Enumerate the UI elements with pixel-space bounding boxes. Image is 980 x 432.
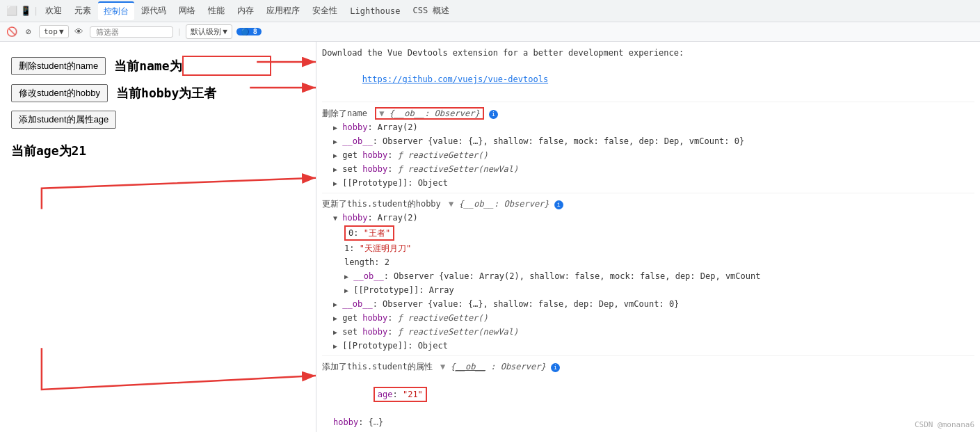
top-nav-bar: ⬜ 📱 | 欢迎 元素 控制台 源代码 网络 性能 内存 应用程序 安全性 Li… [0, 0, 980, 22]
nav-console[interactable]: 控制台 [98, 1, 134, 20]
section1-header: 删除了name ▼ {__ob__: Observer} i [322, 106, 974, 120]
device-toggle-icon[interactable]: 📱 [19, 5, 32, 17]
hobby-status: 当前hobby为王者 [116, 85, 216, 102]
s3-row-hobby: hobby: {…} [322, 415, 974, 429]
s1-row-prototype: ▶ [[Prototype]]: Object [322, 176, 974, 190]
main-area: 删除student的name 当前name为 修改student的hobby 当… [0, 42, 980, 432]
log-level-arrow-icon: ▼ [223, 27, 227, 36]
nav-lighthouse[interactable]: Lighthouse [344, 3, 405, 19]
console-section-3: 添加了this.student的属性 ▼ {__ob__ : Observer}… [322, 360, 974, 432]
s1-row-get-hobby: ▶ get hobby: ƒ reactiveGetter() [322, 148, 974, 162]
add-age-button[interactable]: 添加student的属性age [11, 111, 116, 129]
screen-cast-icon[interactable]: ⬜ [6, 5, 18, 17]
info-icon-1[interactable]: i [489, 110, 498, 119]
nav-welcome[interactable]: 欢迎 [40, 2, 67, 19]
console-section-1: 删除了name ▼ {__ob__: Observer} i ▶ hobby: … [322, 106, 974, 193]
delete-name-button[interactable]: 删除student的name [11, 57, 106, 75]
section2-observer: ▼ {__ob__: Observer} i [444, 199, 563, 209]
nav-divider: | [33, 6, 38, 16]
name-status: 当前name为 [114, 56, 271, 76]
left-panel: 删除student的name 当前name为 修改student的hobby 当… [0, 42, 316, 432]
console-section-2: 更新了this.student的hobby ▼ {__ob__: Observe… [322, 198, 974, 356]
right-panel[interactable]: Download the Vue Devtools extension for … [316, 42, 980, 432]
nav-memory[interactable]: 内存 [232, 2, 259, 19]
nav-elements[interactable]: 元素 [69, 2, 97, 19]
nav-application[interactable]: 应用程序 [261, 2, 305, 19]
section3-observer: ▼ {__ob__ : Observer} i [435, 362, 560, 372]
devtools-link-line: https://github.com/vuejs/vue-devtools [322, 60, 974, 99]
modify-hobby-button[interactable]: 修改student的hobby [11, 84, 108, 102]
toolbar-divider: | [177, 27, 182, 36]
nav-security[interactable]: 安全性 [307, 2, 343, 19]
eye-icon[interactable]: 👁 [73, 26, 86, 38]
name-value-box [182, 56, 271, 76]
log-level-btn[interactable]: 默认级别 ▼ [186, 24, 232, 39]
error-badge: 🔵 8 [236, 28, 262, 35]
nav-css-overview[interactable]: CSS 概述 [407, 2, 455, 19]
clear-console-icon[interactable]: 🚫 [6, 26, 18, 38]
s2-highlight-0: 0: "王者" [344, 225, 394, 241]
nav-sources[interactable]: 源代码 [136, 2, 172, 19]
info-icon-3[interactable]: i [551, 363, 560, 372]
s2-row-1: 1: "天涯明月刀" [322, 241, 974, 255]
top-selector-btn[interactable]: top ▼ [39, 25, 69, 38]
s2-row-ob-arr: ▶ __ob__: Observer {value: Array(2), sha… [322, 269, 974, 283]
s1-row-hobby: ▶ hobby: Array(2) [322, 120, 974, 134]
section3-label: 添加了this.student的属性 [322, 361, 433, 373]
s2-row-prototype: ▶ [[Prototype]]: Object [322, 339, 974, 353]
btn-row-3: 添加student的属性age [11, 111, 305, 129]
btn-row-1: 删除student的name 当前name为 [11, 56, 305, 76]
dropdown-arrow-icon: ▼ [59, 27, 64, 36]
section2-header: 更新了this.student的hobby ▼ {__ob__: Observe… [322, 198, 974, 211]
s2-row-length: length: 2 [322, 255, 974, 269]
section3-header: 添加了this.student的属性 ▼ {__ob__ : Observer}… [322, 360, 974, 374]
log-level-label: 默认级别 [191, 26, 221, 37]
s2-row-ob: ▶ __ob__: Observer {value: {…}, shallow:… [322, 297, 974, 311]
s2-row-get-hobby: ▶ get hobby: ƒ reactiveGetter() [322, 311, 974, 325]
nav-network[interactable]: 网络 [173, 2, 201, 19]
top-label: top [44, 27, 58, 36]
watermark: CSDN @monana6 [915, 420, 974, 429]
devtools-section: Download the Vue Devtools extension for … [322, 46, 974, 102]
filter-input[interactable] [90, 26, 173, 38]
filter-icon[interactable]: ⊘ [22, 26, 35, 38]
s2-row-proto-arr: ▶ [[Prototype]]: Array [322, 283, 974, 297]
s3-row-ob: ▶ __ob__: Observer {value: {…}, shallow:… [322, 429, 974, 432]
section1-label: 删除了name [322, 108, 367, 120]
nav-performance[interactable]: 性能 [202, 2, 230, 19]
section1-observer-highlight: ▼ {__ob__: Observer} [375, 107, 484, 120]
btn-row-2: 修改student的hobby 当前hobby为王者 [11, 84, 305, 102]
section1-observer: ▼ {__ob__: Observer} i [370, 107, 498, 120]
s2-row-set-hobby: ▶ set hobby: ƒ reactiveSetter(newVal) [322, 325, 974, 339]
s3-row-age: age: "21" [322, 374, 974, 415]
s3-highlight-age: age: "21" [373, 387, 427, 402]
info-icon-2[interactable]: i [554, 200, 563, 209]
s1-row-set-hobby: ▶ set hobby: ƒ reactiveSetter(newVal) [322, 162, 974, 176]
section2-label: 更新了this.student的hobby [322, 198, 441, 210]
console-toolbar: 🚫 ⊘ top ▼ 👁 | 默认级别 ▼ 🔵 8 [0, 22, 980, 42]
age-status: 当前age为21 [11, 143, 305, 159]
s1-row-ob: ▶ __ob__: Observer {value: {…}, shallow:… [322, 134, 974, 148]
s2-row-hobby-arr: ▼ hobby: Array(2) [322, 211, 974, 225]
s2-row-0: 0: "王者" [322, 225, 974, 241]
devtools-link[interactable]: https://github.com/vuejs/vue-devtools [362, 74, 548, 84]
devtools-message: Download the Vue Devtools extension for … [322, 46, 974, 60]
